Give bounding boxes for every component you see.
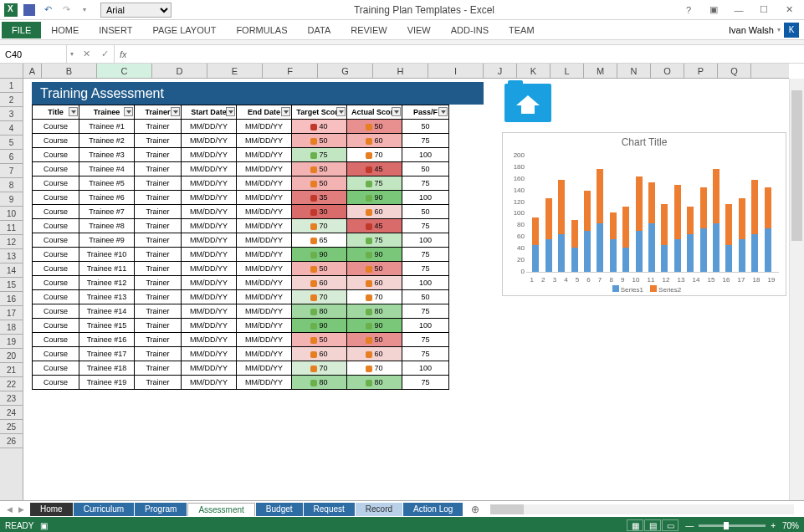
sheet-tab-assessment[interactable]: Assessment [187,503,254,516]
table-cell[interactable]: 70 [347,290,402,304]
column-header[interactable]: L [551,64,584,78]
table-cell[interactable]: 50 [347,120,402,134]
table-cell[interactable]: Trainer [135,191,182,205]
table-cell[interactable]: MM/DD/YY [182,176,237,191]
column-header[interactable]: A [23,64,42,78]
filter-dropdown-icon[interactable] [69,107,78,116]
table-cell[interactable]: MM/DD/YY [237,248,292,262]
vertical-scrollbar[interactable] [789,79,804,500]
table-cell[interactable]: Trainee #5 [79,176,135,191]
column-header[interactable]: M [584,64,617,78]
table-cell[interactable]: 50 [402,205,449,219]
table-cell[interactable]: MM/DD/YY [182,304,237,319]
column-header[interactable]: Q [718,64,751,78]
redo-icon[interactable]: ↷ [59,3,74,18]
table-cell[interactable]: MM/DD/YY [237,205,292,219]
macro-record-icon[interactable]: ▣ [40,521,48,530]
filter-dropdown-icon[interactable] [281,107,290,116]
sheet-tab-record[interactable]: Record [356,503,402,516]
table-cell[interactable]: 100 [402,233,449,248]
table-cell[interactable]: Course [33,361,79,376]
column-header[interactable]: P [684,64,718,78]
table-cell[interactable]: Trainee #2 [79,134,135,148]
table-cell[interactable]: Trainee #4 [79,162,135,176]
sheet-nav-next-icon[interactable]: ▶ [15,505,27,514]
minimize-icon[interactable]: — [727,3,750,18]
qat-dropdown-icon[interactable]: ▾ [77,3,92,18]
table-cell[interactable]: 90 [347,248,402,262]
column-header[interactable]: G [318,64,373,78]
table-cell[interactable]: MM/DD/YY [237,361,292,376]
table-cell[interactable]: 100 [402,191,449,205]
table-cell[interactable]: 90 [347,191,402,205]
table-cell[interactable]: MM/DD/YY [182,191,237,205]
table-header[interactable]: Trainee [79,105,135,120]
table-cell[interactable]: Trainer [135,248,182,262]
ribbon-tab-page-layout[interactable]: PAGE LAYOUT [142,22,226,38]
table-cell[interactable]: 50 [402,162,449,176]
sheet-nav-prev-icon[interactable]: ◀ [3,505,15,514]
table-cell[interactable]: Course [33,319,79,333]
row-header[interactable]: 22 [0,377,23,391]
zoom-in-icon[interactable]: + [771,521,776,530]
table-cell[interactable]: 50 [292,134,347,148]
table-cell[interactable]: Course [33,347,79,361]
table-cell[interactable]: MM/DD/YY [182,148,237,162]
table-cell[interactable]: 90 [347,319,402,333]
table-cell[interactable]: 60 [347,347,402,361]
table-cell[interactable]: 100 [402,276,449,290]
app-icon[interactable] [3,3,18,18]
table-cell[interactable]: Trainee #6 [79,191,135,205]
ribbon-tab-add-ins[interactable]: ADD-INS [441,22,499,38]
table-cell[interactable]: MM/DD/YY [237,233,292,248]
table-cell[interactable]: Trainee #9 [79,233,135,248]
table-cell[interactable]: 45 [347,162,402,176]
table-cell[interactable]: MM/DD/YY [182,376,237,390]
table-cell[interactable]: 75 [402,248,449,262]
filter-dropdown-icon[interactable] [171,107,180,116]
column-header[interactable]: H [373,64,428,78]
column-header[interactable]: C [97,64,152,78]
table-cell[interactable]: MM/DD/YY [182,233,237,248]
table-cell[interactable]: 50 [402,290,449,304]
table-cell[interactable]: Trainee #14 [79,304,135,319]
table-cell[interactable]: MM/DD/YY [237,176,292,191]
table-cell[interactable]: Trainer [135,376,182,390]
table-cell[interactable]: MM/DD/YY [237,319,292,333]
table-cell[interactable]: Trainee #7 [79,205,135,219]
table-cell[interactable]: 75 [402,262,449,276]
column-header[interactable]: O [651,64,684,78]
ribbon-tab-formulas[interactable]: FORMULAS [226,22,297,38]
table-cell[interactable]: Course [33,176,79,191]
table-cell[interactable]: 45 [347,219,402,233]
table-header[interactable]: Pass/F [402,105,449,120]
table-cell[interactable]: 80 [292,376,347,390]
table-cell[interactable]: MM/DD/YY [182,134,237,148]
table-cell[interactable]: Trainer [135,319,182,333]
name-box[interactable]: C40 [0,45,67,63]
filter-dropdown-icon[interactable] [226,107,235,116]
column-header[interactable]: I [428,64,484,78]
table-cell[interactable]: 90 [292,248,347,262]
table-cell[interactable]: 50 [292,333,347,347]
table-cell[interactable]: MM/DD/YY [237,347,292,361]
table-cell[interactable]: 100 [402,319,449,333]
table-cell[interactable]: Trainee #16 [79,333,135,347]
table-cell[interactable]: Trainer [135,148,182,162]
ribbon-tab-file[interactable]: FILE [2,22,41,38]
table-header[interactable]: Title [33,105,79,120]
sheet-tab-action-log[interactable]: Action Log [403,503,463,516]
table-cell[interactable]: Trainer [135,219,182,233]
ribbon-tab-team[interactable]: TEAM [499,22,545,38]
table-cell[interactable]: 75 [402,347,449,361]
row-header[interactable]: 10 [0,207,23,221]
table-cell[interactable]: 50 [292,262,347,276]
filter-dropdown-icon[interactable] [336,107,346,116]
column-header[interactable]: K [517,64,551,78]
user-name[interactable]: Ivan Walsh [729,25,774,35]
table-cell[interactable]: MM/DD/YY [182,290,237,304]
column-header[interactable]: F [263,64,318,78]
column-header[interactable]: B [42,64,97,78]
row-header[interactable]: 20 [0,349,23,363]
table-cell[interactable]: 60 [347,134,402,148]
